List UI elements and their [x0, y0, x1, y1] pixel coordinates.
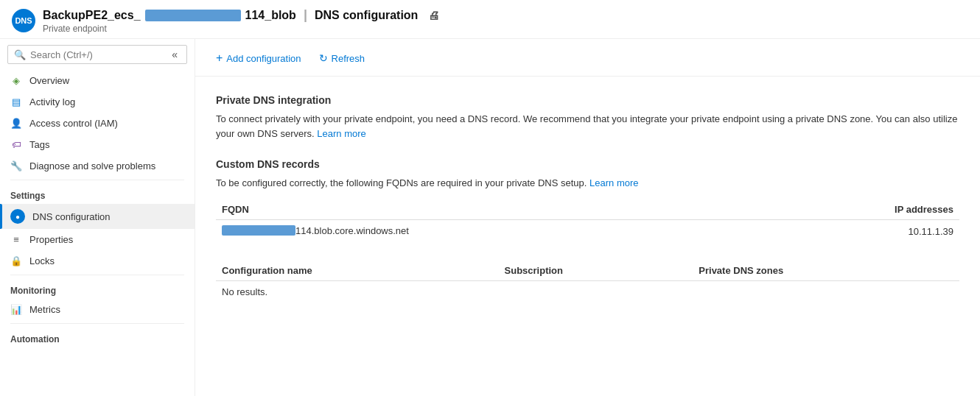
refresh-label: Refresh	[332, 53, 365, 64]
fqdn-suffix: 114.blob.core.windows.net	[295, 225, 409, 236]
sidebar-item-dns-configuration[interactable]: ● DNS configuration	[0, 204, 195, 229]
page-title: BackupPE2_ecs_114_blob | DNS configurati…	[43, 7, 439, 23]
sidebar-item-diagnose[interactable]: 🔧 Diagnose and solve problems	[0, 155, 195, 177]
overview-icon: ◈	[10, 75, 22, 86]
sidebar-item-label: DNS configuration	[32, 211, 111, 222]
content-area: Private DNS integration To connect priva…	[195, 77, 980, 396]
diagnose-icon: 🔧	[10, 160, 22, 172]
custom-dns-learn-more[interactable]: Learn more	[589, 177, 638, 188]
private-dns-section: Private DNS integration To connect priva…	[216, 94, 959, 141]
sidebar-item-tags[interactable]: 🏷 Tags	[0, 134, 195, 155]
settings-section-label: Settings	[0, 183, 195, 204]
fqdn-column-header: FQDN	[216, 199, 764, 220]
fqdn-redacted	[222, 225, 295, 236]
sidebar-item-label: Diagnose and solve problems	[29, 160, 155, 172]
monitoring-divider	[10, 275, 184, 275]
config-table: Configuration name Subscription Private …	[216, 261, 959, 303]
config-section: Configuration name Subscription Private …	[216, 261, 959, 303]
sidebar-item-properties[interactable]: ≡ Properties	[0, 229, 195, 250]
sidebar-item-locks[interactable]: 🔒 Locks	[0, 250, 195, 272]
ip-column-header: IP addresses	[764, 199, 959, 220]
search-box[interactable]: 🔍 «	[7, 45, 187, 64]
collapse-button[interactable]: «	[169, 49, 181, 60]
sidebar-item-overview[interactable]: ◈ Overview	[0, 70, 195, 91]
fqdn-cell: 114.blob.core.windows.net	[216, 219, 764, 243]
custom-dns-title: Custom DNS records	[216, 158, 959, 170]
no-results-row: No results.	[216, 281, 959, 303]
sidebar-item-label: Access control (IAM)	[29, 118, 118, 129]
print-icon[interactable]: 🖨	[428, 9, 439, 21]
add-icon: +	[216, 52, 223, 65]
no-results-text: No results.	[216, 281, 959, 303]
custom-dns-description: To be configured correctly, the followin…	[216, 176, 959, 191]
dns-zones-header: Private DNS zones	[693, 261, 959, 281]
title-redacted	[145, 10, 241, 21]
main-layout: 🔍 « ◈ Overview ▤ Activity log 👤 Access c…	[0, 39, 980, 396]
private-dns-learn-more[interactable]: Learn more	[317, 128, 365, 139]
sidebar-item-label: Properties	[29, 234, 73, 245]
resource-type: Private endpoint	[43, 24, 439, 34]
properties-icon: ≡	[10, 234, 22, 245]
sidebar-item-label: Tags	[29, 139, 49, 150]
private-dns-title: Private DNS integration	[216, 94, 959, 106]
sidebar-item-label: Locks	[29, 255, 55, 266]
add-configuration-label: Add configuration	[226, 53, 301, 64]
subscription-header: Subscription	[499, 261, 693, 281]
title-suffix: 114_blob	[245, 9, 296, 22]
metrics-icon: 📊	[10, 304, 22, 315]
title-prefix: BackupPE2_ecs_	[43, 9, 141, 22]
main-content: + Add configuration ↻ Refresh Private DN…	[195, 39, 980, 396]
settings-divider	[10, 180, 184, 180]
ip-cell: 10.11.1.39	[764, 219, 959, 243]
sidebar-item-access-control[interactable]: 👤 Access control (IAM)	[0, 113, 195, 134]
refresh-button[interactable]: ↻ Refresh	[310, 49, 374, 68]
sidebar-item-label: Activity log	[29, 96, 75, 107]
sidebar-item-label: Metrics	[29, 304, 60, 315]
sidebar-item-activity-log[interactable]: ▤ Activity log	[0, 91, 195, 113]
private-dns-description: To connect privately with your private e…	[216, 112, 959, 141]
automation-section-label: Automation	[0, 327, 195, 347]
resource-avatar: DNS	[12, 9, 35, 32]
table-row: 114.blob.core.windows.net 10.11.1.39	[216, 219, 959, 243]
dns-config-icon: ●	[10, 209, 25, 224]
title-block: BackupPE2_ecs_114_blob | DNS configurati…	[43, 7, 439, 34]
tags-icon: 🏷	[10, 139, 22, 150]
sidebar-item-metrics[interactable]: 📊 Metrics	[0, 299, 195, 320]
search-input[interactable]	[30, 49, 164, 60]
locks-icon: 🔒	[10, 255, 22, 266]
sidebar: 🔍 « ◈ Overview ▤ Activity log 👤 Access c…	[0, 39, 195, 396]
pipe-separator: |	[304, 7, 307, 23]
refresh-icon: ↻	[319, 52, 328, 64]
config-name-header: Configuration name	[216, 261, 499, 281]
dns-config-title: DNS configuration	[315, 9, 418, 22]
search-icon: 🔍	[14, 49, 26, 60]
custom-dns-section: Custom DNS records To be configured corr…	[216, 158, 959, 243]
access-control-icon: 👤	[10, 118, 22, 129]
add-configuration-button[interactable]: + Add configuration	[207, 48, 310, 68]
automation-divider	[10, 323, 184, 324]
page-header: DNS BackupPE2_ecs_114_blob | DNS configu…	[0, 0, 980, 39]
fqdn-table: FQDN IP addresses 114.blob.core.windows.…	[216, 199, 959, 244]
monitoring-section-label: Monitoring	[0, 278, 195, 299]
sidebar-item-label: Overview	[29, 75, 69, 86]
toolbar: + Add configuration ↻ Refresh	[195, 39, 980, 77]
activity-log-icon: ▤	[10, 96, 22, 107]
